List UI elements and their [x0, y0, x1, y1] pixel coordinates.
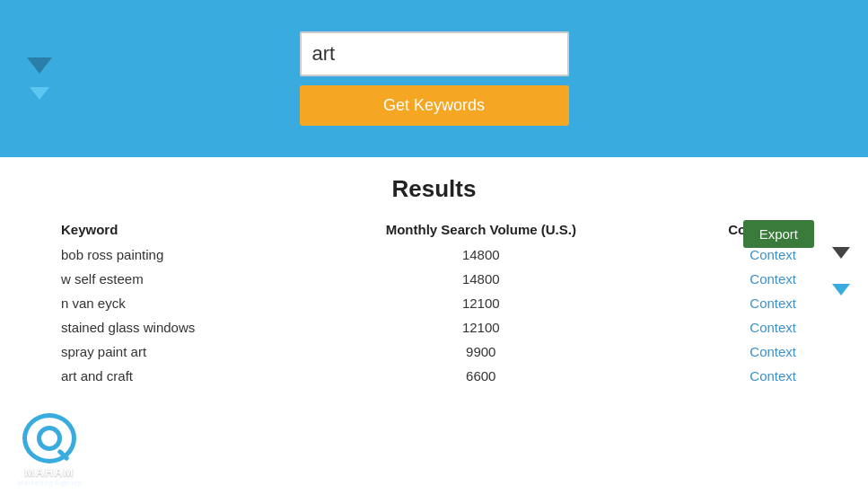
context-link[interactable]: Context: [750, 368, 796, 384]
cell-keyword: stained glass windows: [54, 315, 306, 340]
context-link[interactable]: Context: [750, 296, 796, 311]
table-row: spray paint art9900Context: [54, 340, 814, 364]
cell-context: Context: [655, 315, 814, 340]
results-title: Results: [54, 175, 814, 203]
results-section: Results Export Keyword Monthly Search Vo…: [0, 157, 868, 494]
maham-logo: MAHAM Marketing Agency: [0, 413, 99, 494]
cell-volume: 14800: [306, 243, 655, 267]
cell-keyword: spray paint art: [54, 340, 306, 364]
arrow-down-light-icon: [30, 87, 49, 100]
arrow-small-blue-icon: [832, 284, 850, 296]
get-keywords-button[interactable]: Get Keywords: [300, 85, 569, 126]
cell-context: Context: [655, 364, 814, 388]
cell-volume: 6600: [306, 364, 655, 388]
cell-keyword: n van eyck: [54, 291, 306, 315]
search-input[interactable]: [300, 31, 569, 76]
context-link[interactable]: Context: [750, 320, 796, 335]
cell-keyword: art and craft: [54, 364, 306, 388]
export-button[interactable]: Export: [743, 220, 814, 248]
right-arrows: [832, 247, 850, 296]
arrow-down-dark-icon: [27, 57, 52, 74]
col-header-volume: Monthly Search Volume (U.S.): [306, 216, 655, 243]
cell-context: Context: [655, 340, 814, 364]
col-header-keyword: Keyword: [54, 216, 306, 243]
table-row: w self esteem14800Context: [54, 267, 814, 291]
cell-volume: 12100: [306, 315, 655, 340]
left-arrows: [27, 0, 52, 157]
cell-volume: 9900: [306, 340, 655, 364]
cell-keyword: w self esteem: [54, 267, 306, 291]
maham-logo-circle: [22, 413, 76, 463]
arrow-small-dark-icon: [832, 247, 850, 259]
table-row: stained glass windows12100Context: [54, 315, 814, 340]
table-header-row: Keyword Monthly Search Volume (U.S.) Con…: [54, 216, 814, 243]
context-link[interactable]: Context: [750, 247, 796, 262]
table-row: bob ross painting14800Context: [54, 243, 814, 267]
header-section: Get Keywords: [0, 0, 868, 157]
results-table: Keyword Monthly Search Volume (U.S.) Con…: [54, 216, 814, 388]
table-row: n van eyck12100Context: [54, 291, 814, 315]
cell-context: Context: [655, 267, 814, 291]
cell-volume: 14800: [306, 267, 655, 291]
maham-tagline: Marketing Agency: [17, 479, 82, 487]
cell-context: Context: [655, 291, 814, 315]
context-link[interactable]: Context: [750, 271, 796, 287]
cell-volume: 12100: [306, 291, 655, 315]
maham-brand-name: MAHAM: [25, 465, 75, 479]
context-link[interactable]: Context: [750, 344, 796, 359]
cell-keyword: bob ross painting: [54, 243, 306, 267]
table-row: art and craft6600Context: [54, 364, 814, 388]
